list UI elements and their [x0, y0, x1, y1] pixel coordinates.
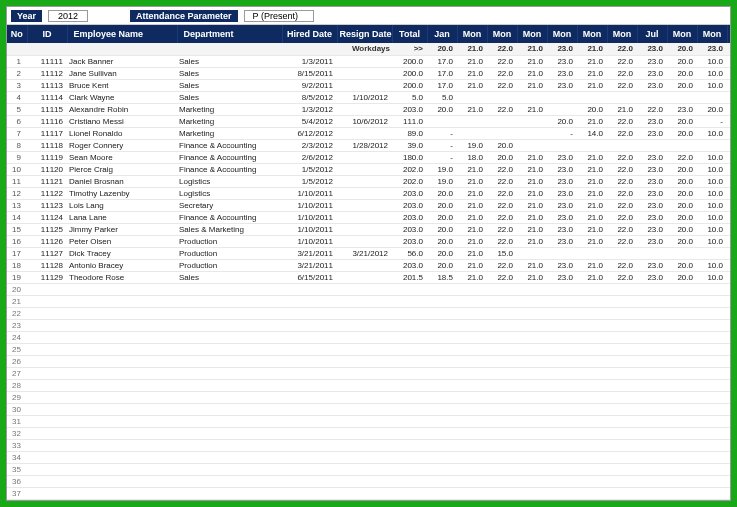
cell[interactable]: 32 — [7, 427, 27, 439]
cell[interactable]: Production — [177, 235, 282, 247]
col-header[interactable]: Mon — [697, 25, 727, 43]
col-header[interactable]: No — [7, 25, 27, 43]
cell[interactable]: 203.0 — [392, 199, 427, 211]
col-header[interactable]: Jul — [637, 25, 667, 43]
cell[interactable] — [577, 415, 607, 427]
cell[interactable]: 11113 — [27, 79, 67, 91]
cell[interactable]: 19 — [7, 271, 27, 283]
cell[interactable]: 22.0 — [487, 187, 517, 199]
cell[interactable]: 22.0 — [607, 187, 637, 199]
cell[interactable] — [517, 367, 547, 379]
cell[interactable]: 25 — [7, 343, 27, 355]
cell[interactable] — [177, 487, 282, 499]
cell[interactable] — [517, 283, 547, 295]
cell[interactable] — [517, 379, 547, 391]
cell[interactable] — [637, 307, 667, 319]
cell[interactable]: 20.0 — [667, 67, 697, 79]
cell[interactable] — [427, 343, 457, 355]
cell[interactable] — [637, 355, 667, 367]
cell[interactable]: 18 — [7, 259, 27, 271]
cell[interactable]: 21.0 — [517, 55, 547, 67]
cell[interactable] — [607, 403, 637, 415]
cell[interactable]: 23.0 — [547, 199, 577, 211]
cell[interactable] — [392, 475, 427, 487]
cell[interactable]: 20.0 — [427, 211, 457, 223]
cell[interactable] — [392, 343, 427, 355]
cell[interactable] — [67, 379, 177, 391]
cell[interactable] — [697, 307, 727, 319]
cell[interactable]: 21.0 — [517, 67, 547, 79]
cell[interactable]: 10.0 — [697, 79, 727, 91]
cell[interactable] — [547, 343, 577, 355]
cell[interactable]: 21.0 — [577, 259, 607, 271]
cell[interactable] — [427, 319, 457, 331]
cell[interactable] — [487, 475, 517, 487]
cell[interactable] — [487, 451, 517, 463]
cell[interactable]: 23.0 — [547, 271, 577, 283]
col-header[interactable]: Mon — [727, 25, 731, 43]
cell[interactable] — [27, 319, 67, 331]
cell[interactable] — [177, 43, 282, 55]
cell[interactable] — [282, 43, 337, 55]
cell[interactable] — [67, 391, 177, 403]
cell[interactable] — [487, 295, 517, 307]
cell[interactable]: 23.0 — [547, 187, 577, 199]
cell[interactable]: 34 — [7, 451, 27, 463]
cell[interactable] — [547, 307, 577, 319]
cell[interactable] — [282, 487, 337, 499]
cell[interactable] — [177, 499, 282, 501]
cell[interactable]: 1/3/2011 — [282, 55, 337, 67]
cell[interactable]: 35 — [7, 463, 27, 475]
cell[interactable]: 20.0 — [667, 163, 697, 175]
cell[interactable]: - — [727, 127, 731, 139]
cell[interactable]: 22.0 — [487, 43, 517, 55]
cell[interactable] — [177, 283, 282, 295]
cell[interactable] — [547, 415, 577, 427]
cell[interactable]: 22.0 — [607, 211, 637, 223]
cell[interactable] — [517, 331, 547, 343]
cell[interactable]: 23.0 — [637, 43, 667, 55]
cell[interactable] — [637, 403, 667, 415]
cell[interactable]: 200.0 — [392, 67, 427, 79]
cell[interactable] — [427, 487, 457, 499]
cell[interactable]: 20.0 — [427, 235, 457, 247]
cell[interactable] — [727, 295, 731, 307]
cell[interactable] — [67, 43, 177, 55]
cell[interactable]: 23.0 — [637, 199, 667, 211]
cell[interactable] — [637, 331, 667, 343]
cell[interactable] — [392, 415, 427, 427]
cell[interactable]: 23.0 — [547, 259, 577, 271]
cell[interactable]: 6/12/2012 — [282, 127, 337, 139]
cell[interactable] — [697, 367, 727, 379]
cell[interactable]: 22.0 — [607, 127, 637, 139]
cell[interactable] — [667, 295, 697, 307]
cell[interactable] — [487, 355, 517, 367]
cell[interactable] — [337, 475, 392, 487]
cell[interactable] — [337, 151, 392, 163]
cell[interactable]: 21.0 — [517, 151, 547, 163]
cell[interactable] — [517, 499, 547, 501]
cell[interactable]: 21.0 — [577, 187, 607, 199]
cell[interactable]: 14 — [7, 211, 27, 223]
cell[interactable]: 200.0 — [392, 79, 427, 91]
cell[interactable] — [337, 367, 392, 379]
cell[interactable] — [727, 355, 731, 367]
cell[interactable] — [487, 403, 517, 415]
cell[interactable]: Finance & Accounting — [177, 139, 282, 151]
cell[interactable]: 203.0 — [392, 259, 427, 271]
cell[interactable]: 23.0 — [697, 43, 727, 55]
cell[interactable] — [282, 427, 337, 439]
cell[interactable]: 202.0 — [392, 175, 427, 187]
cell[interactable]: 11 — [7, 175, 27, 187]
cell[interactable]: 21.0 — [457, 187, 487, 199]
cell[interactable] — [392, 295, 427, 307]
cell[interactable]: Marketing — [177, 103, 282, 115]
cell[interactable]: 10.0 — [697, 187, 727, 199]
cell[interactable]: 5.0 — [392, 91, 427, 103]
cell[interactable] — [392, 499, 427, 501]
cell[interactable] — [27, 451, 67, 463]
cell[interactable] — [337, 103, 392, 115]
cell[interactable]: 10.0 — [697, 211, 727, 223]
cell[interactable] — [487, 499, 517, 501]
cell[interactable] — [667, 391, 697, 403]
